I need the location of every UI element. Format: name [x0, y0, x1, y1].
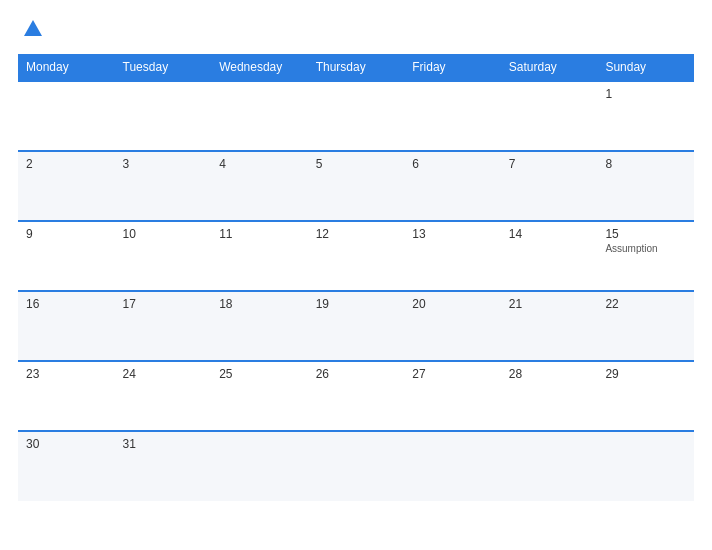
calendar-cell: 10: [115, 221, 212, 291]
weekday-header-monday: Monday: [18, 54, 115, 81]
calendar-cell: 14: [501, 221, 598, 291]
day-number: 7: [509, 157, 590, 171]
weekday-header-sunday: Sunday: [597, 54, 694, 81]
calendar-cell: 12: [308, 221, 405, 291]
day-number: 25: [219, 367, 300, 381]
day-number: 2: [26, 157, 107, 171]
day-number: 28: [509, 367, 590, 381]
day-number: 9: [26, 227, 107, 241]
calendar-cell: 30: [18, 431, 115, 501]
calendar-cell: 31: [115, 431, 212, 501]
calendar-cell: [18, 81, 115, 151]
calendar-cell: [211, 431, 308, 501]
calendar-thead: MondayTuesdayWednesdayThursdayFridaySatu…: [18, 54, 694, 81]
calendar-cell: [404, 431, 501, 501]
calendar-body: 123456789101112131415Assumption161718192…: [18, 81, 694, 501]
day-number: 15: [605, 227, 686, 241]
day-number: 12: [316, 227, 397, 241]
day-number: 10: [123, 227, 204, 241]
weekday-header-friday: Friday: [404, 54, 501, 81]
calendar-cell: 9: [18, 221, 115, 291]
week-row-4: 16171819202122: [18, 291, 694, 361]
calendar-cell: 16: [18, 291, 115, 361]
week-row-5: 23242526272829: [18, 361, 694, 431]
weekday-header-saturday: Saturday: [501, 54, 598, 81]
weekday-header-tuesday: Tuesday: [115, 54, 212, 81]
week-row-2: 2345678: [18, 151, 694, 221]
calendar-cell: [308, 81, 405, 151]
day-number: 23: [26, 367, 107, 381]
calendar-cell: [501, 81, 598, 151]
calendar-cell: 15Assumption: [597, 221, 694, 291]
day-number: 29: [605, 367, 686, 381]
day-number: 8: [605, 157, 686, 171]
calendar-cell: 5: [308, 151, 405, 221]
calendar-cell: 6: [404, 151, 501, 221]
day-number: 16: [26, 297, 107, 311]
calendar-grid: MondayTuesdayWednesdayThursdayFridaySatu…: [18, 54, 694, 501]
calendar-cell: 23: [18, 361, 115, 431]
calendar-cell: [597, 431, 694, 501]
day-number: 19: [316, 297, 397, 311]
day-number: 30: [26, 437, 107, 451]
calendar-cell: 17: [115, 291, 212, 361]
calendar-cell: 11: [211, 221, 308, 291]
weekday-header-row: MondayTuesdayWednesdayThursdayFridaySatu…: [18, 54, 694, 81]
calendar-header: [18, 18, 694, 40]
week-row-6: 3031: [18, 431, 694, 501]
day-number: 27: [412, 367, 493, 381]
day-number: 18: [219, 297, 300, 311]
calendar-cell: 22: [597, 291, 694, 361]
holiday-label: Assumption: [605, 243, 686, 254]
day-number: 14: [509, 227, 590, 241]
calendar-cell: 27: [404, 361, 501, 431]
day-number: 4: [219, 157, 300, 171]
calendar-cell: 18: [211, 291, 308, 361]
calendar-cell: 21: [501, 291, 598, 361]
day-number: 21: [509, 297, 590, 311]
week-row-1: 1: [18, 81, 694, 151]
day-number: 13: [412, 227, 493, 241]
weekday-header-thursday: Thursday: [308, 54, 405, 81]
weekday-header-wednesday: Wednesday: [211, 54, 308, 81]
calendar-cell: 25: [211, 361, 308, 431]
calendar-cell: 20: [404, 291, 501, 361]
day-number: 26: [316, 367, 397, 381]
calendar-cell: [404, 81, 501, 151]
logo-icon: [22, 18, 44, 40]
calendar-container: MondayTuesdayWednesdayThursdayFridaySatu…: [0, 0, 712, 550]
calendar-cell: 3: [115, 151, 212, 221]
svg-marker-0: [24, 20, 42, 36]
calendar-cell: 29: [597, 361, 694, 431]
calendar-cell: [501, 431, 598, 501]
day-number: 11: [219, 227, 300, 241]
week-row-3: 9101112131415Assumption: [18, 221, 694, 291]
day-number: 5: [316, 157, 397, 171]
calendar-cell: 26: [308, 361, 405, 431]
calendar-cell: 19: [308, 291, 405, 361]
day-number: 20: [412, 297, 493, 311]
day-number: 17: [123, 297, 204, 311]
calendar-cell: 8: [597, 151, 694, 221]
day-number: 22: [605, 297, 686, 311]
calendar-cell: 7: [501, 151, 598, 221]
calendar-cell: 2: [18, 151, 115, 221]
day-number: 3: [123, 157, 204, 171]
calendar-cell: [308, 431, 405, 501]
calendar-cell: 1: [597, 81, 694, 151]
day-number: 31: [123, 437, 204, 451]
day-number: 1: [605, 87, 686, 101]
calendar-cell: [211, 81, 308, 151]
logo-area: [18, 18, 44, 40]
day-number: 24: [123, 367, 204, 381]
calendar-cell: 24: [115, 361, 212, 431]
calendar-cell: [115, 81, 212, 151]
day-number: 6: [412, 157, 493, 171]
calendar-cell: 13: [404, 221, 501, 291]
calendar-cell: 28: [501, 361, 598, 431]
calendar-cell: 4: [211, 151, 308, 221]
